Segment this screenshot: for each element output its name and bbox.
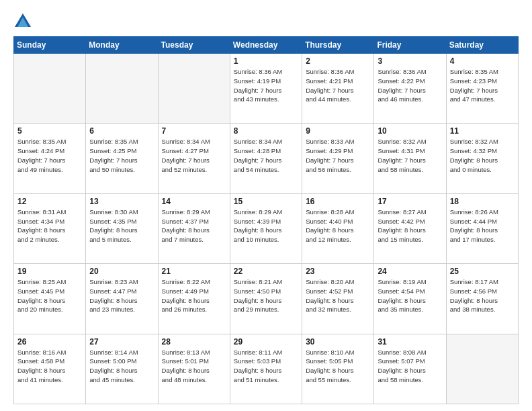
day-cell: 23Sunrise: 8:20 AM Sunset: 4:52 PM Dayli…	[302, 264, 374, 334]
day-cell: 3Sunrise: 8:36 AM Sunset: 4:22 PM Daylig…	[374, 54, 446, 124]
header	[13, 11, 519, 30]
day-cell	[86, 54, 158, 124]
day-number: 28	[162, 337, 226, 347]
day-info: Sunrise: 8:35 AM Sunset: 4:23 PM Dayligh…	[450, 67, 515, 104]
day-number: 30	[306, 337, 370, 347]
day-cell: 17Sunrise: 8:27 AM Sunset: 4:42 PM Dayli…	[374, 193, 446, 263]
weekday-header-wednesday: Wednesday	[230, 37, 302, 54]
logo	[13, 11, 35, 30]
page: SundayMondayTuesdayWednesdayThursdayFrid…	[0, 0, 532, 411]
weekday-header-friday: Friday	[374, 37, 446, 54]
day-cell: 27Sunrise: 8:14 AM Sunset: 5:00 PM Dayli…	[86, 334, 158, 404]
day-cell: 15Sunrise: 8:29 AM Sunset: 4:39 PM Dayli…	[230, 193, 302, 263]
day-cell	[446, 334, 518, 404]
day-info: Sunrise: 8:20 AM Sunset: 4:52 PM Dayligh…	[306, 277, 370, 314]
week-row-0: 1Sunrise: 8:36 AM Sunset: 4:19 PM Daylig…	[14, 54, 519, 124]
day-cell: 28Sunrise: 8:13 AM Sunset: 5:01 PM Dayli…	[158, 334, 230, 404]
day-cell: 9Sunrise: 8:33 AM Sunset: 4:29 PM Daylig…	[302, 124, 374, 193]
day-info: Sunrise: 8:28 AM Sunset: 4:40 PM Dayligh…	[306, 208, 370, 244]
day-cell: 12Sunrise: 8:31 AM Sunset: 4:34 PM Dayli…	[14, 193, 86, 263]
day-info: Sunrise: 8:29 AM Sunset: 4:37 PM Dayligh…	[162, 208, 226, 244]
weekday-header-thursday: Thursday	[302, 37, 374, 54]
day-number: 9	[306, 126, 370, 136]
day-number: 5	[17, 126, 82, 136]
day-info: Sunrise: 8:10 AM Sunset: 5:05 PM Dayligh…	[306, 348, 370, 385]
day-number: 12	[17, 197, 82, 206]
day-info: Sunrise: 8:32 AM Sunset: 4:31 PM Dayligh…	[378, 137, 442, 174]
day-cell: 24Sunrise: 8:19 AM Sunset: 4:54 PM Dayli…	[374, 264, 446, 334]
day-number: 8	[234, 126, 298, 136]
day-number: 21	[162, 267, 226, 276]
day-number: 23	[306, 267, 370, 276]
day-cell: 31Sunrise: 8:08 AM Sunset: 5:07 PM Dayli…	[374, 334, 446, 404]
day-number: 15	[234, 197, 298, 206]
day-cell: 6Sunrise: 8:35 AM Sunset: 4:25 PM Daylig…	[86, 124, 158, 193]
day-cell: 19Sunrise: 8:25 AM Sunset: 4:45 PM Dayli…	[14, 264, 86, 334]
day-cell	[158, 54, 230, 124]
day-info: Sunrise: 8:36 AM Sunset: 4:21 PM Dayligh…	[306, 67, 370, 104]
day-info: Sunrise: 8:13 AM Sunset: 5:01 PM Dayligh…	[162, 348, 226, 385]
day-number: 16	[306, 197, 370, 206]
day-info: Sunrise: 8:26 AM Sunset: 4:44 PM Dayligh…	[450, 208, 515, 244]
day-info: Sunrise: 8:33 AM Sunset: 4:29 PM Dayligh…	[306, 137, 370, 174]
day-number: 20	[89, 267, 154, 276]
day-info: Sunrise: 8:36 AM Sunset: 4:19 PM Dayligh…	[234, 67, 298, 104]
weekday-header-monday: Monday	[86, 37, 158, 54]
day-info: Sunrise: 8:16 AM Sunset: 4:58 PM Dayligh…	[17, 348, 82, 385]
day-cell: 7Sunrise: 8:34 AM Sunset: 4:27 PM Daylig…	[158, 124, 230, 193]
day-number: 22	[234, 267, 298, 276]
day-number: 10	[378, 126, 442, 136]
day-cell: 20Sunrise: 8:23 AM Sunset: 4:47 PM Dayli…	[86, 264, 158, 334]
day-number: 19	[17, 267, 82, 276]
week-row-4: 26Sunrise: 8:16 AM Sunset: 4:58 PM Dayli…	[14, 334, 519, 404]
day-number: 11	[450, 126, 515, 136]
day-cell: 21Sunrise: 8:22 AM Sunset: 4:49 PM Dayli…	[158, 264, 230, 334]
day-info: Sunrise: 8:36 AM Sunset: 4:22 PM Dayligh…	[378, 67, 442, 104]
weekday-header-sunday: Sunday	[14, 37, 86, 54]
week-row-2: 12Sunrise: 8:31 AM Sunset: 4:34 PM Dayli…	[14, 193, 519, 263]
day-info: Sunrise: 8:22 AM Sunset: 4:49 PM Dayligh…	[162, 277, 226, 314]
day-number: 29	[234, 337, 298, 347]
day-cell: 10Sunrise: 8:32 AM Sunset: 4:31 PM Dayli…	[374, 124, 446, 193]
logo-icon	[13, 11, 32, 30]
day-cell: 1Sunrise: 8:36 AM Sunset: 4:19 PM Daylig…	[230, 54, 302, 124]
day-cell	[14, 54, 86, 124]
day-number: 6	[89, 126, 154, 136]
day-cell: 30Sunrise: 8:10 AM Sunset: 5:05 PM Dayli…	[302, 334, 374, 404]
day-info: Sunrise: 8:08 AM Sunset: 5:07 PM Dayligh…	[378, 348, 442, 385]
day-info: Sunrise: 8:35 AM Sunset: 4:24 PM Dayligh…	[17, 137, 82, 174]
day-info: Sunrise: 8:14 AM Sunset: 5:00 PM Dayligh…	[89, 348, 154, 385]
day-info: Sunrise: 8:21 AM Sunset: 4:50 PM Dayligh…	[234, 277, 298, 314]
day-info: Sunrise: 8:27 AM Sunset: 4:42 PM Dayligh…	[378, 208, 442, 244]
day-info: Sunrise: 8:31 AM Sunset: 4:34 PM Dayligh…	[17, 208, 82, 244]
day-cell: 8Sunrise: 8:34 AM Sunset: 4:28 PM Daylig…	[230, 124, 302, 193]
day-cell: 18Sunrise: 8:26 AM Sunset: 4:44 PM Dayli…	[446, 193, 518, 263]
day-cell: 22Sunrise: 8:21 AM Sunset: 4:50 PM Dayli…	[230, 264, 302, 334]
day-number: 2	[306, 56, 370, 66]
day-number: 17	[378, 197, 442, 206]
day-number: 13	[89, 197, 154, 206]
weekday-header-saturday: Saturday	[446, 37, 518, 54]
calendar-table: SundayMondayTuesdayWednesdayThursdayFrid…	[13, 36, 519, 404]
day-cell: 25Sunrise: 8:17 AM Sunset: 4:56 PM Dayli…	[446, 264, 518, 334]
day-info: Sunrise: 8:25 AM Sunset: 4:45 PM Dayligh…	[17, 277, 82, 314]
day-info: Sunrise: 8:19 AM Sunset: 4:54 PM Dayligh…	[378, 277, 442, 314]
day-info: Sunrise: 8:35 AM Sunset: 4:25 PM Dayligh…	[89, 137, 154, 174]
day-number: 31	[378, 337, 442, 347]
weekday-header-tuesday: Tuesday	[158, 37, 230, 54]
day-number: 26	[17, 337, 82, 347]
day-number: 4	[450, 56, 515, 66]
day-cell: 5Sunrise: 8:35 AM Sunset: 4:24 PM Daylig…	[14, 124, 86, 193]
day-number: 1	[234, 56, 298, 66]
day-info: Sunrise: 8:30 AM Sunset: 4:35 PM Dayligh…	[89, 208, 154, 244]
day-info: Sunrise: 8:29 AM Sunset: 4:39 PM Dayligh…	[234, 208, 298, 244]
weekday-header-row: SundayMondayTuesdayWednesdayThursdayFrid…	[14, 37, 519, 54]
day-number: 25	[450, 267, 515, 276]
week-row-3: 19Sunrise: 8:25 AM Sunset: 4:45 PM Dayli…	[14, 264, 519, 334]
day-number: 14	[162, 197, 226, 206]
day-cell: 4Sunrise: 8:35 AM Sunset: 4:23 PM Daylig…	[446, 54, 518, 124]
day-info: Sunrise: 8:23 AM Sunset: 4:47 PM Dayligh…	[89, 277, 154, 314]
day-cell: 2Sunrise: 8:36 AM Sunset: 4:21 PM Daylig…	[302, 54, 374, 124]
day-cell: 16Sunrise: 8:28 AM Sunset: 4:40 PM Dayli…	[302, 193, 374, 263]
day-number: 27	[89, 337, 154, 347]
